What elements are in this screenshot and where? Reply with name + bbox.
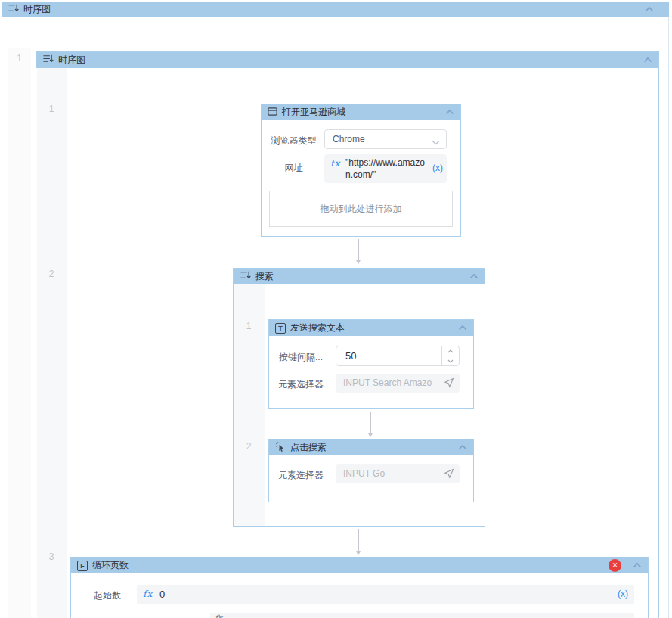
loop-pages-title: 循环页数 <box>92 559 129 572</box>
clear-x-button[interactable]: (x) <box>618 588 628 599</box>
sequence-block-title: 时序图 <box>58 54 85 67</box>
url-value: "https://www.amazon.com/" <box>345 157 429 181</box>
clear-x-button[interactable]: (x) <box>432 163 443 173</box>
search-row-number: 1 <box>234 321 264 331</box>
url-label: 网址 <box>262 162 326 175</box>
loop-pages-header[interactable]: F 循环页数 ✕ <box>71 557 648 573</box>
flow-arrow <box>358 529 359 554</box>
browser-type-select[interactable]: Chrome <box>324 129 447 149</box>
chevron-down-icon <box>432 137 440 148</box>
open-amazon-header[interactable]: 打开亚马逊商城 <box>262 104 460 120</box>
click-search-title: 点击搜索 <box>290 441 327 454</box>
collapse-chevron-icon[interactable] <box>469 273 478 279</box>
sequence-icon <box>8 2 19 17</box>
element-selector-label: 元素选择器 <box>271 378 331 391</box>
search-row-number: 2 <box>234 441 264 452</box>
start-number-value: 0 <box>159 585 165 604</box>
sequence-block-header[interactable]: 时序图 <box>36 52 658 68</box>
fx-icon: fx <box>143 588 153 599</box>
flow-arrow <box>370 412 371 436</box>
click-search-header[interactable]: 点击搜索 <box>269 439 473 455</box>
drop-zone-text: 拖动到此处进行添加 <box>321 203 402 216</box>
send-search-text-block: T 发送搜索文本 按键间隔... 50 元素选择器 INPUT Search A… <box>268 319 474 409</box>
collapse-chevron-icon[interactable] <box>643 57 652 63</box>
send-search-text-title: 发送搜索文本 <box>290 321 345 334</box>
pick-element-icon[interactable] <box>444 468 454 479</box>
browser-type-value: Chrome <box>333 130 365 148</box>
outer-row-gutter <box>8 48 31 618</box>
number-stepper <box>441 346 459 365</box>
sequence-row-number: 3 <box>36 551 67 562</box>
key-interval-input[interactable]: 50 <box>336 346 460 366</box>
collapse-chevron-icon[interactable] <box>633 562 642 568</box>
click-search-block: 点击搜索 元素选择器 INPUT Go <box>268 439 474 502</box>
cursor-click-icon <box>275 441 286 455</box>
search-header[interactable]: 搜索 <box>234 269 485 284</box>
collapse-chevron-icon[interactable] <box>645 6 654 12</box>
text-input-icon: T <box>275 323 286 334</box>
key-interval-label: 按键间隔... <box>271 351 331 364</box>
flow-arrow <box>358 239 359 263</box>
search-title: 搜索 <box>255 270 274 283</box>
loop-icon: F <box>77 561 88 571</box>
element-selector-value: INPUT Go <box>343 464 385 483</box>
element-selector-field[interactable]: INPUT Go <box>336 464 460 483</box>
stepper-down-button[interactable] <box>442 356 459 365</box>
element-selector-label: 元素选择器 <box>271 469 331 482</box>
sequence-icon <box>42 53 54 67</box>
element-selector-field[interactable]: INPUT Search Amazo <box>336 374 460 393</box>
fx-icon: fx <box>330 158 340 169</box>
stepper-up-button[interactable] <box>442 346 459 356</box>
loop-pages-block: F 循环页数 ✕ 起始数 fx 0 (x) fx <box>70 557 649 618</box>
workflow-canvas: 时序图 1 时序图 1 2 3 <box>0 0 672 618</box>
browser-type-label: 浏览器类型 <box>262 135 326 148</box>
start-number-expression-field[interactable]: fx 0 (x) <box>137 585 634 604</box>
fx-icon: fx <box>215 613 222 618</box>
browser-window-icon <box>268 106 277 120</box>
key-interval-value: 50 <box>345 346 356 365</box>
open-amazon-block: 打开亚马逊商城 浏览器类型 Chrome 网址 fx "https://www.… <box>261 104 461 237</box>
sequence-row-number: 1 <box>36 104 67 114</box>
top-sequence-header[interactable]: 时序图 <box>2 2 669 17</box>
pick-element-icon[interactable] <box>444 377 454 388</box>
outer-row-number: 1 <box>8 53 31 64</box>
url-expression-field[interactable]: fx "https://www.amazon.com/" (x) <box>324 154 447 183</box>
top-sequence-title: 时序图 <box>23 3 51 16</box>
sequence-icon <box>240 269 251 284</box>
collapse-chevron-icon[interactable] <box>458 444 467 450</box>
delete-button[interactable]: ✕ <box>609 559 621 572</box>
element-selector-value: INPUT Search Amazo <box>343 374 432 393</box>
collapse-chevron-icon[interactable] <box>458 325 467 331</box>
send-search-text-header[interactable]: T 发送搜索文本 <box>269 320 473 336</box>
sequence-row-number: 2 <box>36 269 67 279</box>
open-amazon-title: 打开亚马逊商城 <box>282 106 345 119</box>
start-number-label: 起始数 <box>71 589 144 602</box>
sequence-row-gutter <box>37 68 67 618</box>
collapse-chevron-icon[interactable] <box>445 109 454 115</box>
drop-zone[interactable]: 拖动到此处进行添加 <box>269 191 453 227</box>
partial-expression-field[interactable]: fx <box>210 613 634 618</box>
